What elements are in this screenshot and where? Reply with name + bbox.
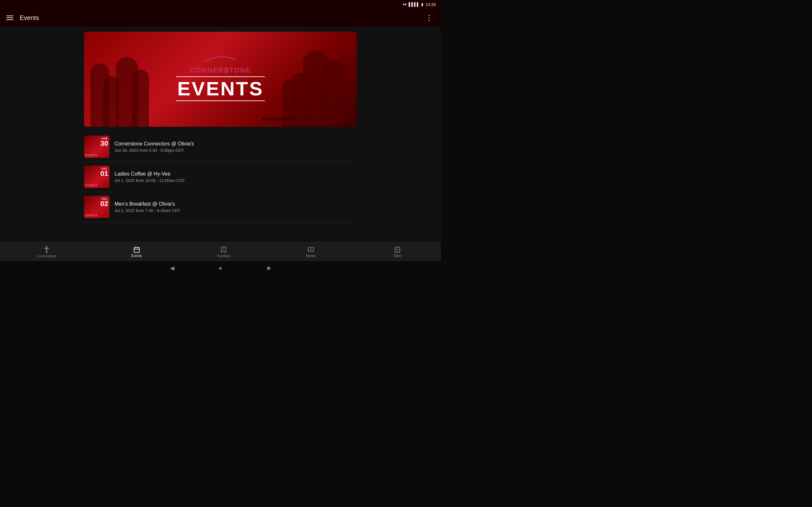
nav-item-sundays[interactable]: Sundays xyxy=(211,244,237,260)
event-info-3: Men's Breakfast @ Olivia's Jul 2, 2022 f… xyxy=(114,201,357,213)
hero-content: CORNERSTONE EVENTS xyxy=(157,55,284,103)
event-date-badge-2: JUL 01 xyxy=(101,167,108,177)
hero-logo-text: CORNERSTONE xyxy=(157,66,284,74)
silhouette-4 xyxy=(132,70,149,127)
nav-label-cornerstone: Cornerstone xyxy=(37,254,56,258)
wifi-icon: ▾▾ xyxy=(403,2,407,7)
svg-rect-0 xyxy=(134,247,139,252)
nav-item-media[interactable]: Media xyxy=(298,244,323,260)
hero-banner: CORNERSTONE EVENTS xyxy=(84,32,357,127)
bottom-nav: Cornerstone Events Sundays Media xyxy=(0,242,441,261)
event-name-2: Ladies Coffee @ Hy-Vee xyxy=(114,171,357,177)
cornerstone-logo-name: CORNERSTONE xyxy=(190,66,251,74)
svg-marker-6 xyxy=(310,248,312,250)
calendar-icon xyxy=(133,246,140,253)
event-thumbnail-3: EVENTS JUL 02 xyxy=(84,196,109,218)
event-thumb-label-3: EVENTS xyxy=(85,214,97,217)
nav-label-media: Media xyxy=(306,254,316,258)
recents-button[interactable]: ■ xyxy=(264,263,274,273)
events-list: EVENTS JUN 30 Cornerstone Connectors @ O… xyxy=(84,127,357,227)
event-date-badge-1: JUN 30 xyxy=(101,137,108,147)
hero-divider-top xyxy=(176,76,265,77)
status-bar: ▾▾ ▌▌▌▌ ▮ 10:26 xyxy=(0,0,441,9)
page-title: Events xyxy=(20,14,39,21)
main-content: CORNERSTONE EVENTS EVENTS JUN 30 Corners… xyxy=(0,26,441,242)
event-datetime-1: Jun 30, 2022 from 5:30 - 6:30pm CDT xyxy=(114,148,357,153)
event-day-1: 30 xyxy=(101,140,108,147)
event-thumb-label-1: EVENTS xyxy=(85,154,97,157)
battery-icon: ▮ xyxy=(421,2,423,7)
back-button[interactable]: ◀ xyxy=(167,263,177,273)
event-day-3: 02 xyxy=(101,200,108,207)
hero-divider-bottom xyxy=(176,101,265,101)
nav-item-events[interactable]: Events xyxy=(124,244,149,260)
app-bar: Events ⋮ xyxy=(0,9,441,26)
event-info-2: Ladies Coffee @ Hy-Vee Jul 1, 2022 from … xyxy=(114,171,357,183)
app-bar-left: Events xyxy=(5,14,39,21)
nav-item-bible[interactable]: Bible xyxy=(385,244,410,260)
nav-item-cornerstone[interactable]: Cornerstone xyxy=(31,244,63,260)
hamburger-menu-button[interactable] xyxy=(5,14,14,21)
event-item-1[interactable]: EVENTS JUN 30 Cornerstone Connectors @ O… xyxy=(84,132,357,162)
event-date-badge-3: JUL 02 xyxy=(101,197,108,207)
event-thumbnail-2: EVENTS JUL 01 xyxy=(84,166,109,188)
bible-icon xyxy=(394,246,401,253)
nav-label-bible: Bible xyxy=(394,254,401,258)
silhouette-table xyxy=(262,118,293,120)
event-item-2[interactable]: EVENTS JUL 01 Ladies Coffee @ Hy-Vee Jul… xyxy=(84,162,357,192)
system-nav-bar: ◀ ● ■ xyxy=(0,261,441,275)
cornerstone-swoosh xyxy=(201,55,240,65)
event-datetime-3: Jul 2, 2022 from 7:30 - 8:30am CDT xyxy=(114,208,357,213)
event-info-1: Cornerstone Connectors @ Olivia's Jun 30… xyxy=(114,141,357,153)
more-options-button[interactable]: ⋮ xyxy=(423,12,436,23)
event-item-3[interactable]: EVENTS JUL 02 Men's Breakfast @ Olivia's… xyxy=(84,192,357,222)
event-day-2: 01 xyxy=(101,170,108,177)
nav-label-sundays: Sundays xyxy=(217,254,231,258)
event-name-1: Cornerstone Connectors @ Olivia's xyxy=(114,141,357,147)
event-thumbnail-1: EVENTS JUN 30 xyxy=(84,135,109,158)
hero-events-title: EVENTS xyxy=(157,79,284,99)
play-circle-icon xyxy=(307,246,314,253)
event-name-3: Men's Breakfast @ Olivia's xyxy=(114,201,357,207)
event-thumb-label-2: EVENTS xyxy=(85,184,97,187)
status-time: 10:26 xyxy=(425,2,436,7)
event-datetime-2: Jul 1, 2022 from 10:00 - 11:00am CDT xyxy=(114,178,357,183)
signal-icon: ▌▌▌▌ xyxy=(409,2,419,7)
cross-icon xyxy=(44,246,50,253)
status-icons: ▾▾ ▌▌▌▌ ▮ 10:26 xyxy=(403,2,436,7)
home-button[interactable]: ● xyxy=(215,263,225,273)
nav-label-events: Events xyxy=(131,254,142,258)
bookmark-icon xyxy=(220,246,227,253)
